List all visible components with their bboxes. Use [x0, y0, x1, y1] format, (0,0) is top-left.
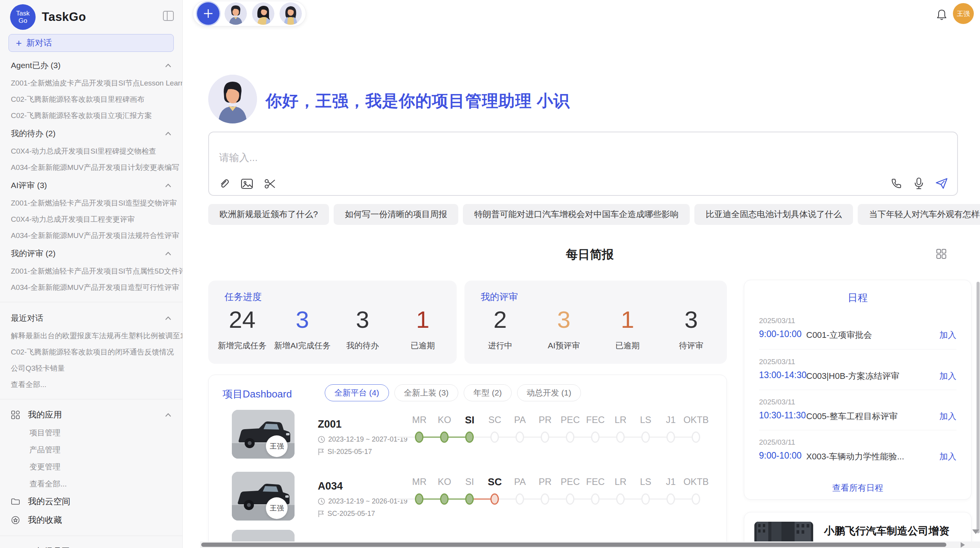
milestone-lr: LR [608, 412, 633, 446]
project-milestone-date: SC-2025-05-17 [318, 510, 375, 518]
app-title: TaskGo [42, 10, 86, 24]
divider [759, 349, 956, 349]
join-link[interactable]: 加入 [939, 370, 956, 382]
section-header-ai-review[interactable]: AI评审 (3) [0, 176, 182, 195]
phone-icon[interactable] [891, 178, 902, 189]
star-badge-icon [11, 515, 20, 525]
plus-icon [202, 8, 214, 19]
suggestion-chip[interactable]: 欧洲新规最近颁布了什么? [208, 204, 329, 225]
my-apps-label: 我的应用 [28, 409, 62, 421]
my-favorites-label: 我的收藏 [28, 514, 62, 526]
recent-chat-item[interactable]: 公司Q3轻卡销量 [0, 360, 182, 377]
mic-icon[interactable] [914, 177, 924, 190]
attachment-icon[interactable] [218, 178, 230, 190]
ai-super-staff[interactable]: AI超级员工 [0, 542, 182, 548]
sidebar-item[interactable]: A034-全新新能源MUV产品开发项目法规符合性评审 [0, 228, 182, 244]
milestone-pec: PEC [558, 474, 583, 508]
sidebar-collapse-icon[interactable] [163, 11, 174, 22]
project-row-z001[interactable]: 王强 Z001 2023-12-19 ~ 2027-01-19 SI-2025-… [209, 405, 727, 467]
plus-icon: + [16, 38, 22, 48]
chevron-up-icon [165, 252, 171, 256]
stat-my-todo: 3我的待办 [332, 305, 393, 351]
my-cloud-label: 我的云空间 [28, 496, 70, 507]
suggestion-chip[interactable]: 比亚迪全固态电池计划具体说了什么 [694, 204, 853, 225]
my-favorites[interactable]: 我的收藏 [0, 511, 182, 529]
flag-icon [318, 510, 324, 517]
greeting-text: 你好，王强，我是你的项目管理助理 小识 [266, 90, 570, 112]
vertical-scrollbar-thumb[interactable] [977, 282, 980, 533]
avatar-member-1[interactable] [224, 2, 247, 25]
section-header-agent-done[interactable]: Agent已办 (3) [0, 56, 182, 75]
join-link[interactable]: 加入 [939, 451, 956, 462]
suggestion-chip[interactable]: 如何写一份清晰的项目周报 [334, 204, 458, 225]
apps-view-all[interactable]: 查看全部... [0, 475, 182, 492]
milestone-si-current: SI [457, 412, 482, 446]
chevron-up-icon [165, 63, 171, 68]
suggestion-chip[interactable]: 当下年轻人对汽车外观有怎样的喜好趋势 [858, 204, 980, 225]
sidebar-item[interactable]: A034-全新新能源MUV产品开发项目计划变更表编写 [0, 159, 182, 176]
divider [759, 430, 956, 430]
brief-layout-icon[interactable] [936, 248, 947, 261]
main-area: 王强 你好，王强，我是你的项目管理助理 小识 请输入... 欧洲新规最近颁布了什… [183, 0, 980, 548]
milestone-mr: MR [407, 474, 432, 508]
suggestion-chip[interactable]: 特朗普可能对进口汽车增税会对中国车企造成哪些影响 [463, 204, 690, 225]
section-header-my-review[interactable]: 我的评审 (2) [0, 244, 182, 263]
scroll-down-arrow-icon[interactable] [972, 529, 979, 534]
milestone-strip: MR KO SI SC PA PR PEC FEC LR LS J1 OKTB [407, 474, 709, 508]
composer-left-tools [218, 178, 276, 190]
sidebar-item[interactable]: Z001-全新燃油轻卡产品开发项目SI节点属性5D文件评审 [0, 263, 182, 279]
news-title: 小鹏飞行汽车制造公司增资 [824, 524, 949, 538]
section-header-recent-chats[interactable]: 最近对话 [0, 308, 182, 328]
milestone-pr: PR [533, 412, 558, 446]
milestone-pec: PEC [558, 412, 583, 446]
scroll-right-arrow-icon[interactable] [961, 542, 965, 548]
section-header-my-todo[interactable]: 我的待办 (2) [0, 124, 182, 143]
app-item-change-mgmt[interactable]: 变更管理 [0, 458, 182, 475]
chat-input-box[interactable]: 请输入... [208, 132, 958, 196]
avatar-member-3[interactable] [279, 2, 302, 25]
app-item-project-mgmt[interactable]: 项目管理 [0, 424, 182, 441]
project-row-a034[interactable]: 王强 A034 2023-12-19 ~ 2026-01-19 SC-2025-… [209, 467, 727, 529]
milestone-j1: J1 [658, 412, 684, 446]
app-item-product-mgmt[interactable]: 产品管理 [0, 441, 182, 458]
stat-new-done: 24新增完成任务 [212, 305, 272, 351]
image-attach-icon[interactable] [241, 178, 253, 190]
sidebar-item[interactable]: C02-飞腾新能源轻客改款项目里程碑画布 [0, 91, 182, 108]
sidebar-item[interactable]: A034-全新新能源MUV产品开发项目造型可行性评审 [0, 279, 182, 296]
tab-new-upfit[interactable]: 全新上装 (3) [394, 384, 459, 401]
milestone-pa: PA [507, 474, 533, 508]
project-milestone-date: SI-2025-05-17 [318, 448, 372, 456]
grid-icon [11, 410, 20, 420]
recent-view-all[interactable]: 查看全部... [0, 377, 182, 393]
join-link[interactable]: 加入 [939, 329, 956, 341]
sidebar-lists: Agent已办 (3) Z001-全新燃油皮卡产品开发项目SI节点Lesson … [0, 52, 182, 548]
divider [759, 390, 956, 390]
sidebar-item[interactable]: C0X4-动力总成开发项目SI里程碑提交物检查 [0, 143, 182, 159]
add-member-button[interactable] [197, 2, 219, 25]
new-chat-button[interactable]: + 新对话 [9, 34, 174, 52]
tab-powertrain[interactable]: 动总开发 (1) [517, 384, 581, 401]
my-apps-header[interactable]: 我的应用 [0, 406, 182, 424]
user-avatar[interactable]: 王强 [953, 3, 974, 24]
section-label: 我的待办 (2) [11, 128, 56, 139]
tab-model-year[interactable]: 年型 (2) [464, 384, 512, 401]
my-cloud-space[interactable]: 我的云空间 [0, 492, 182, 511]
join-link[interactable]: 加入 [939, 411, 956, 422]
section-label: 最近对话 [11, 313, 43, 324]
sidebar-item[interactable]: Z001-全新燃油皮卡产品开发项目SI节点Lesson Learn报告 [0, 75, 182, 91]
sidebar-item[interactable]: C0X4-动力总成开发项目工程变更评审 [0, 211, 182, 228]
card-title: 任务进度 [224, 291, 262, 303]
section-label: AI评审 (3) [11, 180, 47, 191]
tab-new-platform[interactable]: 全新平台 (4) [325, 384, 389, 401]
scissors-icon[interactable] [264, 178, 276, 190]
view-all-schedule-link[interactable]: 查看所有日程 [744, 482, 971, 494]
recent-chat-item[interactable]: 解释最新出台的欧盟报废车法规再生塑料比例被调至15%... [0, 328, 182, 344]
sidebar-item[interactable]: Z001-全新燃油轻卡产品开发项目SI造型提交物评审 [0, 195, 182, 211]
send-icon[interactable] [935, 178, 948, 189]
sidebar-item[interactable]: C02-飞腾新能源轻客改款项目立项汇报方案 [0, 108, 182, 124]
avatar-member-2[interactable] [252, 2, 274, 25]
recent-chat-item[interactable]: C02-飞腾新能源轻客改款项目的闭环通告反馈情况 [0, 344, 182, 360]
milestone-fec: FEC [583, 412, 608, 446]
notification-bell-icon[interactable] [936, 9, 947, 22]
horizontal-scrollbar-thumb[interactable] [201, 543, 946, 547]
